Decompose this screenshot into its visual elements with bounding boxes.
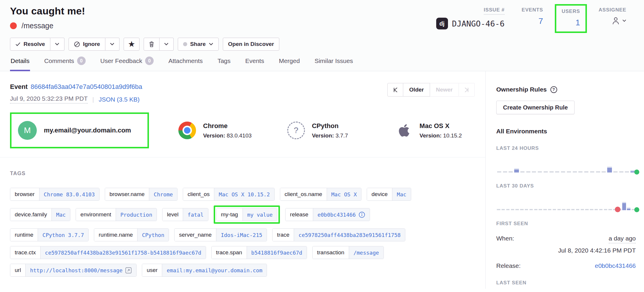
tag-value[interactable]: Chrome 83.0.4103: [39, 188, 99, 200]
tag-value[interactable]: b5418816f9aec67d: [247, 246, 307, 259]
older-event-button[interactable]: Older: [403, 83, 430, 97]
events-count[interactable]: 7: [522, 16, 543, 26]
tag-value[interactable]: ce5978250aff4438ba283e91561f1758-b541881…: [40, 246, 206, 259]
ignore-button[interactable]: Ignore: [69, 38, 105, 51]
tag-key[interactable]: client_os: [183, 188, 214, 200]
tag-value[interactable]: /message: [349, 246, 384, 259]
newer-event-button[interactable]: Newer: [430, 83, 459, 97]
django-project-icon: dj: [436, 18, 448, 29]
tag-value[interactable]: http://localhost:8000/message: [25, 264, 136, 276]
ownership-rules-title: Ownership Rules: [496, 86, 547, 93]
tag-value[interactable]: email:my.email@your.domain.com: [162, 264, 267, 276]
tag-pill-server_name: server_nameIdos-iMac-215: [174, 228, 267, 241]
tag-pill-browser: browserChrome 83.0.4103: [10, 188, 99, 201]
chart-slot: [578, 171, 584, 172]
tag-list: browserChrome 83.0.4103browser.nameChrom…: [10, 188, 475, 277]
tag-key[interactable]: environment: [76, 208, 116, 221]
tag-key[interactable]: client_os.name: [280, 188, 327, 200]
tag-key[interactable]: runtime: [10, 229, 38, 241]
tag-key[interactable]: runtime.name: [94, 229, 137, 241]
chart-baseline-dash: [557, 209, 561, 210]
tag-pill-device: deviceMac: [367, 188, 411, 201]
tag-key[interactable]: transaction: [313, 246, 349, 259]
tag-pill-release: releasee0b0bc431466: [285, 208, 370, 221]
chart-slot: [510, 209, 515, 210]
chart-baseline-dash: [550, 171, 554, 172]
create-ownership-rule-button[interactable]: Create Ownership Rule: [496, 101, 575, 114]
users-count[interactable]: 1: [562, 18, 580, 27]
issue-tabbar: DetailsComments0User Feedback0Attachment…: [0, 51, 644, 71]
chart-slot: [529, 209, 534, 210]
assignee-selector[interactable]: [599, 16, 626, 25]
tab-comments[interactable]: Comments0: [44, 51, 86, 71]
chart-baseline-dash: [604, 209, 607, 210]
chart-baseline-dash: [509, 171, 513, 172]
stat-issue-number: ISSUE # dj DJANGO-46-6: [436, 7, 505, 29]
tag-pill-runtime: runtimeCPython 3.7.7: [10, 228, 89, 241]
tag-key[interactable]: server_name: [175, 229, 216, 241]
last-30-days-chart[interactable]: [496, 197, 636, 210]
chart-slot: [547, 209, 552, 210]
first-seen-label: FIRST SEEN: [496, 221, 636, 227]
tag-key[interactable]: device: [367, 188, 392, 200]
tab-events[interactable]: Events: [245, 51, 265, 71]
info-icon[interactable]: [358, 211, 365, 218]
json-download-link[interactable]: JSON (3.5 KB): [99, 96, 140, 103]
tag-key[interactable]: release: [286, 208, 313, 221]
first-seen-release-link[interactable]: e0b0bc431466: [595, 262, 636, 269]
resolve-dropdown-button[interactable]: [50, 38, 64, 51]
tag-value[interactable]: Chrome: [149, 188, 177, 200]
bookmark-button[interactable]: ★: [124, 38, 140, 51]
divider: |: [92, 96, 94, 103]
tag-value[interactable]: e0b0bc431466: [313, 208, 370, 221]
tag-value[interactable]: Mac: [52, 208, 70, 221]
tag-value[interactable]: Mac: [392, 188, 411, 200]
tag-key[interactable]: my-tag: [217, 208, 243, 221]
tag-value[interactable]: Idos-iMac-215: [216, 229, 267, 241]
tag-key[interactable]: browser: [10, 188, 39, 200]
tag-value[interactable]: Production: [116, 208, 157, 221]
tag-key[interactable]: browser.name: [105, 188, 149, 200]
tag-value[interactable]: my value: [243, 208, 277, 221]
oldest-event-button[interactable]: [387, 83, 403, 97]
tag-value[interactable]: Mac OS X 10.15.2: [214, 188, 274, 200]
share-button[interactable]: Share: [178, 38, 219, 51]
chart-slot: [496, 171, 502, 172]
chart-baseline-dash: [608, 209, 612, 210]
tag-key[interactable]: trace: [273, 229, 294, 241]
tag-value[interactable]: CPython: [137, 229, 169, 241]
tag-value-text: Idos-iMac-215: [221, 232, 262, 238]
resolve-button[interactable]: Resolve: [10, 38, 50, 51]
tab-tags[interactable]: Tags: [217, 51, 231, 71]
skip-to-latest-button[interactable]: [459, 83, 475, 97]
delete-button[interactable]: [144, 38, 160, 51]
chart-slot: [571, 209, 575, 210]
tab-merged[interactable]: Merged: [278, 51, 300, 71]
tag-value[interactable]: ce5978250aff4438ba283e91561f1758: [294, 229, 405, 241]
tab-similar-issues[interactable]: Similar Issues: [314, 51, 354, 71]
external-link-icon[interactable]: [125, 267, 132, 274]
tag-key[interactable]: trace.span: [212, 246, 247, 259]
tag-key[interactable]: level: [162, 208, 183, 221]
ignore-dropdown-button[interactable]: [105, 38, 119, 51]
open-in-discover-button[interactable]: Open in Discover: [223, 38, 279, 51]
chart-slot: [607, 167, 613, 172]
help-icon[interactable]: ?: [550, 86, 557, 93]
tag-value[interactable]: fatal: [183, 208, 208, 221]
chevron-down-icon: [164, 43, 169, 46]
chart-slot: [515, 209, 519, 210]
event-id-link[interactable]: 86684fa63aa047e7a0540801a9d9f6ba: [31, 83, 142, 90]
tab-attachments[interactable]: Attachments: [168, 51, 203, 71]
tag-key[interactable]: url: [10, 264, 25, 276]
tag-key[interactable]: trace.ctx: [10, 246, 40, 259]
tab-details[interactable]: Details: [10, 51, 30, 71]
tab-user-feedback[interactable]: User Feedback0: [100, 51, 154, 71]
tag-value[interactable]: CPython 3.7.7: [38, 229, 88, 241]
delete-dropdown-button[interactable]: [160, 38, 174, 51]
tag-value[interactable]: Mac OS X: [327, 188, 361, 200]
tag-key[interactable]: user: [142, 264, 162, 276]
chart-slot: [595, 171, 601, 172]
tag-key[interactable]: device.family: [10, 208, 52, 221]
last-24-hours-chart[interactable]: [496, 159, 636, 172]
tab-count-badge: 0: [145, 57, 154, 65]
